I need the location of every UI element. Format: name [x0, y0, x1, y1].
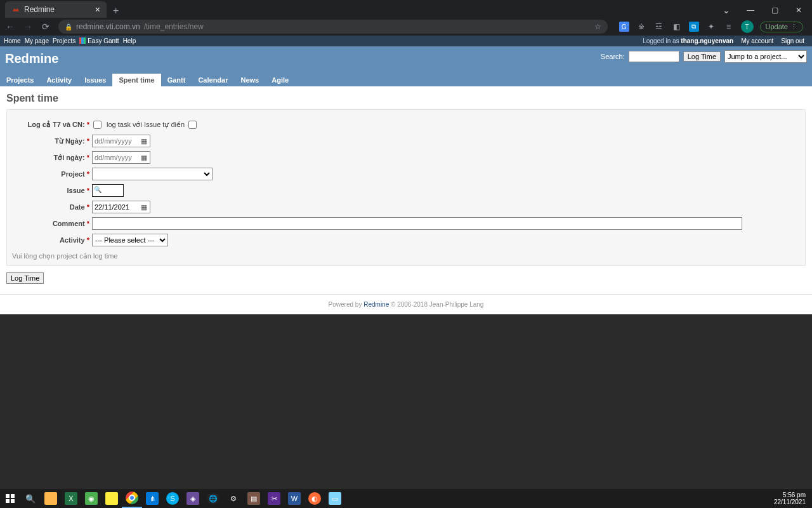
redmine-page: Home My page Projects Easy Gantt Help Lo…: [0, 36, 812, 314]
row-project: Project *: [12, 167, 800, 181]
nav-back-icon[interactable]: ←: [5, 22, 15, 32]
tab-title: Redmine: [24, 5, 55, 14]
ext-icon-5[interactable]: ⧉: [689, 22, 699, 32]
username-link[interactable]: thang.nguyenvan: [681, 37, 733, 44]
snip-icon[interactable]: ✂: [264, 489, 284, 508]
comment-input[interactable]: [92, 217, 742, 230]
row-to-date: Tới ngày: * ▦: [12, 150, 800, 164]
chrome-icon[interactable]: [122, 489, 142, 508]
checkbox-weekend[interactable]: [93, 121, 102, 129]
easy-gantt-icon: [79, 37, 86, 44]
extensions-puzzle-icon[interactable]: ✦: [705, 21, 717, 32]
browser-chrome: Redmine × + ⌄ — ▢ ✕ ← → ⟳ 🔒 redmine.vti.…: [0, 0, 812, 36]
tab-activity[interactable]: Activity: [40, 74, 78, 86]
label-comment: Comment *: [12, 220, 89, 227]
submit-log-time-button[interactable]: Log Time: [6, 272, 44, 284]
vscode-icon[interactable]: ⋔: [142, 489, 162, 508]
calendar-icon[interactable]: ▦: [138, 203, 150, 211]
row-activity: Activity * --- Please select ---: [12, 233, 800, 247]
topmenu-projects[interactable]: Projects: [53, 37, 75, 44]
ext-icon-3[interactable]: ☲: [653, 21, 665, 32]
dbeaver-icon[interactable]: ◈: [183, 489, 203, 508]
skype-icon[interactable]: S: [162, 489, 183, 508]
ext-icon-2[interactable]: ※: [636, 21, 647, 32]
to-date-input[interactable]: [93, 152, 138, 163]
svg-rect-2: [6, 499, 10, 503]
search-input[interactable]: [629, 51, 679, 62]
topmenu-myaccount[interactable]: My account: [741, 37, 773, 44]
excel-icon[interactable]: X: [61, 489, 81, 508]
calendar-icon[interactable]: ▦: [138, 137, 150, 145]
label-activity: Activity *: [12, 236, 89, 244]
footer-redmine-link[interactable]: Redmine: [363, 301, 389, 308]
page-heading: Spent time: [6, 90, 806, 109]
notepad-icon[interactable]: ▭: [325, 489, 345, 508]
row-issue: Issue * 🔍: [12, 184, 800, 197]
topmenu-mypage[interactable]: My page: [25, 37, 49, 44]
header-log-time-button[interactable]: Log Time: [683, 51, 721, 62]
form-box: Log cả T7 và CN: * log task với Issue tự…: [6, 109, 806, 266]
window-maximize-icon[interactable]: ▢: [764, 3, 785, 18]
ext-icon-4[interactable]: ◧: [671, 21, 683, 32]
system-tray: 5:56 pm 22/11/2021: [774, 491, 812, 505]
tab-agile[interactable]: Agile: [265, 74, 295, 86]
footer: Powered by Redmine © 2006-2018 Jean-Phil…: [0, 294, 812, 314]
tab-calendar[interactable]: Calendar: [192, 74, 234, 86]
start-button[interactable]: [0, 489, 20, 508]
url-bar: ← → ⟳ 🔒 redmine.vti.com.vn/time_entries/…: [0, 18, 812, 36]
topmenu-home[interactable]: Home: [4, 37, 21, 44]
url-field[interactable]: 🔒 redmine.vti.com.vn/time_entries/new ☆: [58, 20, 608, 34]
tab-issues[interactable]: Issues: [78, 74, 112, 86]
chevron-down-icon[interactable]: ⌄: [716, 3, 737, 18]
checkbox-auto-issue[interactable]: [188, 121, 197, 129]
label-weekend: Log cả T7 và CN: *: [12, 121, 89, 129]
row-date: Date * ▦: [12, 200, 800, 214]
postman-icon[interactable]: ◐: [304, 489, 325, 508]
project-select[interactable]: [92, 168, 213, 180]
star-icon[interactable]: ☆: [594, 22, 601, 31]
svg-rect-3: [11, 499, 15, 503]
nav-reload-icon[interactable]: ⟳: [41, 22, 51, 32]
globe-app-icon[interactable]: 🌐: [203, 489, 223, 508]
browser-tab[interactable]: Redmine ×: [5, 1, 107, 18]
search-label: Search:: [601, 53, 625, 60]
file-explorer-icon[interactable]: [41, 489, 61, 508]
taskbar-search-icon[interactable]: 🔍: [20, 489, 41, 508]
main-menu: Projects Activity Issues Spent time Gant…: [0, 74, 295, 86]
top-menu: Home My page Projects Easy Gantt Help Lo…: [0, 36, 812, 46]
row-comment: Comment *: [12, 217, 800, 231]
app-green-icon[interactable]: ◉: [81, 489, 102, 508]
browser-update-button[interactable]: Update ⋮: [760, 22, 803, 32]
content: Spent time Log cả T7 và CN: * log task v…: [0, 86, 812, 294]
notes-app-icon[interactable]: ▤: [244, 489, 264, 508]
row-weekend: Log cả T7 và CN: * log task với Issue tự…: [12, 117, 800, 131]
jump-to-project-select[interactable]: Jump to a project...: [724, 50, 807, 63]
google-translate-ext-icon[interactable]: G: [619, 22, 629, 32]
topmenu-signout[interactable]: Sign out: [781, 37, 804, 44]
tab-news[interactable]: News: [234, 74, 265, 86]
date-input[interactable]: [93, 201, 138, 213]
label-issue: Issue *: [12, 187, 89, 194]
tab-projects[interactable]: Projects: [0, 74, 40, 86]
window-close-icon[interactable]: ✕: [788, 3, 809, 18]
reading-list-icon[interactable]: ≡: [723, 21, 735, 32]
kebab-icon: ⋮: [790, 23, 797, 31]
activity-select[interactable]: --- Please select ---: [92, 234, 168, 246]
tab-close-icon[interactable]: ×: [95, 4, 100, 15]
word-icon[interactable]: W: [284, 489, 304, 508]
topmenu-easygantt[interactable]: Easy Gantt: [79, 37, 119, 44]
window-controls: ⌄ — ▢ ✕: [716, 3, 812, 18]
profile-avatar[interactable]: T: [741, 20, 754, 33]
tab-gantt[interactable]: Gantt: [161, 74, 192, 86]
from-date-input[interactable]: [93, 135, 138, 147]
header: Search: Log Time Jump to a project... Re…: [0, 46, 812, 86]
url-host: redmine.vti.com.vn: [76, 22, 140, 31]
new-tab-button[interactable]: +: [107, 5, 125, 18]
topmenu-help[interactable]: Help: [123, 37, 136, 44]
window-minimize-icon[interactable]: —: [740, 3, 761, 18]
settings-icon[interactable]: ⚙: [223, 489, 244, 508]
tab-spent-time[interactable]: Spent time: [112, 74, 160, 86]
taskbar-clock[interactable]: 5:56 pm 22/11/2021: [774, 491, 806, 505]
sticky-notes-icon[interactable]: [102, 489, 122, 508]
calendar-icon[interactable]: ▦: [138, 154, 150, 162]
